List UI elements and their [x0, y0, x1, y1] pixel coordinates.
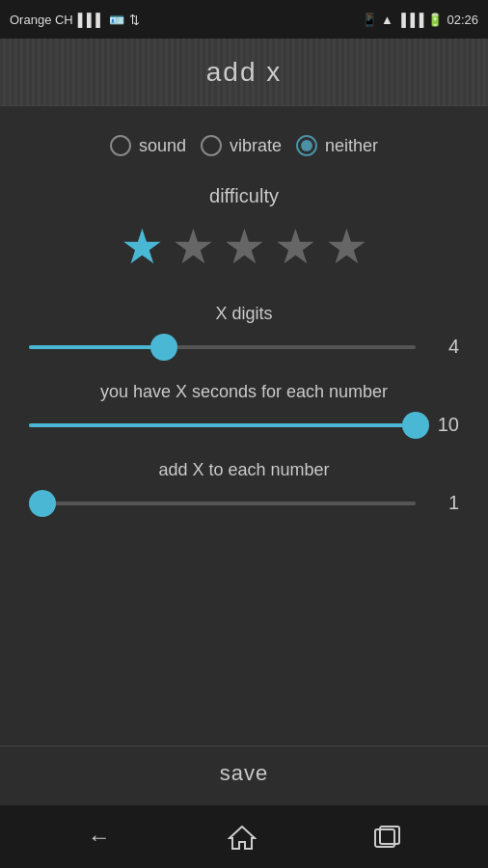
back-button[interactable]: ←: [88, 824, 111, 851]
x-digits-slider-row: 4: [29, 336, 459, 358]
recents-icon: [373, 825, 400, 850]
app-title: add x: [206, 57, 283, 88]
add-x-label: add X to each number: [29, 460, 459, 480]
radio-vibrate-circle[interactable]: [201, 135, 222, 156]
radio-neither-circle[interactable]: [296, 135, 317, 156]
add-x-value: 1: [430, 492, 459, 514]
back-icon: ←: [88, 824, 111, 851]
x-digits-track: [29, 345, 416, 349]
main-content: sound vibrate neither difficulty ★ ★ ★ ★…: [0, 106, 488, 557]
difficulty-label: difficulty: [29, 185, 459, 207]
battery-icon: 🔋: [427, 13, 443, 27]
save-button[interactable]: save: [14, 761, 474, 786]
star-2[interactable]: ★: [172, 219, 215, 275]
radio-vibrate[interactable]: vibrate: [201, 135, 282, 156]
seconds-thumb[interactable]: [402, 412, 429, 439]
signal-strength-icon: ▐▐▐: [397, 13, 424, 27]
app-bar: add x: [0, 39, 488, 106]
add-x-track: [29, 502, 416, 505]
difficulty-section: difficulty ★ ★ ★ ★ ★: [29, 185, 459, 275]
star-4[interactable]: ★: [274, 219, 317, 275]
star-5[interactable]: ★: [325, 219, 368, 275]
star-3[interactable]: ★: [223, 219, 266, 275]
carrier-text: Orange CH: [10, 13, 73, 27]
save-section: save: [0, 746, 488, 800]
radio-sound-circle[interactable]: [110, 135, 131, 156]
recents-button[interactable]: [373, 825, 400, 850]
x-digits-fill: [29, 345, 164, 349]
clock: 02:26: [447, 13, 478, 27]
sim-icon: 🪪: [109, 13, 124, 27]
add-x-slider-row: 1: [29, 492, 459, 514]
home-button[interactable]: [228, 825, 257, 850]
add-x-section: add X to each number 1: [29, 460, 459, 514]
radio-sound[interactable]: sound: [110, 135, 186, 156]
seconds-value: 10: [430, 414, 459, 436]
radio-neither[interactable]: neither: [296, 135, 378, 156]
seconds-track-container: [29, 423, 416, 427]
radio-vibrate-label: vibrate: [230, 136, 282, 156]
seconds-slider-row: 10: [29, 414, 459, 436]
notification-radio-group: sound vibrate neither: [29, 135, 459, 156]
add-x-track-container: [29, 502, 416, 505]
data-icon: ⇅: [129, 13, 140, 27]
status-bar: Orange CH ▌▌▌ 🪪 ⇅ 📱 ▲ ▐▐▐ 🔋 02:26: [0, 0, 488, 39]
seconds-fill: [29, 423, 416, 427]
home-icon: [228, 825, 257, 850]
radio-sound-label: sound: [139, 136, 186, 156]
star-1[interactable]: ★: [121, 219, 164, 275]
x-digits-track-container: [29, 345, 416, 349]
x-digits-thumb[interactable]: [150, 334, 177, 361]
nav-bar: ←: [0, 805, 488, 868]
seconds-track: [29, 423, 416, 427]
x-digits-section: X digits 4: [29, 304, 459, 358]
x-digits-value: 4: [430, 336, 459, 358]
wifi-icon: ▲: [381, 13, 393, 27]
signal-icon: ▌▌▌: [78, 13, 105, 27]
x-digits-label: X digits: [29, 304, 459, 324]
status-right: 📱 ▲ ▐▐▐ 🔋 02:26: [362, 13, 478, 27]
seconds-section: you have X seconds for each number 10: [29, 382, 459, 436]
stars-container: ★ ★ ★ ★ ★: [29, 219, 459, 275]
status-left: Orange CH ▌▌▌ 🪪 ⇅: [10, 13, 140, 27]
add-x-thumb[interactable]: [29, 490, 56, 517]
svg-marker-0: [230, 827, 255, 849]
radio-neither-label: neither: [325, 136, 378, 156]
seconds-label: you have X seconds for each number: [29, 382, 459, 402]
phone-icon: 📱: [362, 13, 377, 27]
